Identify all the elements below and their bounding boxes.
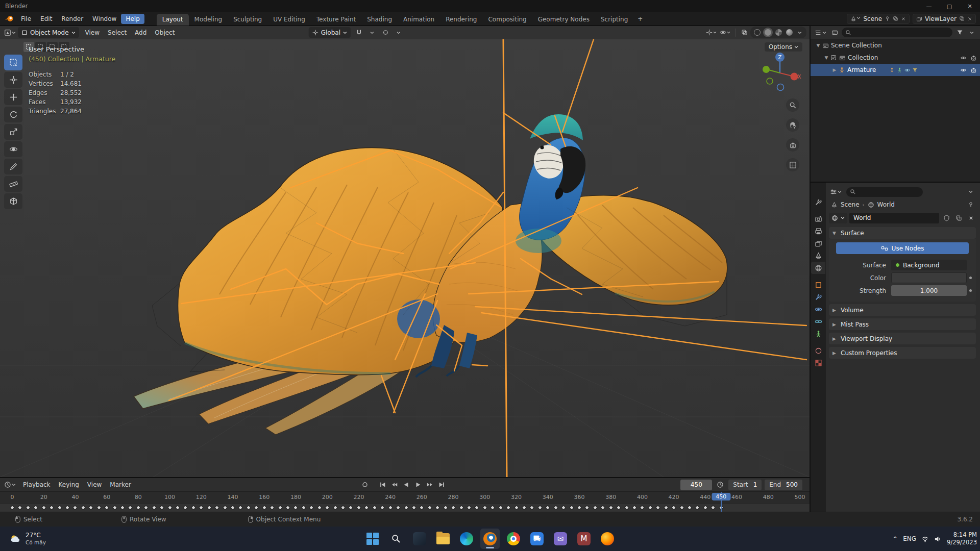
keyframe-diamond[interactable] — [443, 505, 448, 510]
viewport-3d[interactable]: User Perspective (450) Collection | Arma… — [0, 39, 810, 477]
playhead-frame-badge[interactable]: 450 — [712, 493, 730, 500]
keyframe-diamond[interactable] — [451, 505, 456, 510]
timeline-menu[interactable]: Marker — [106, 480, 135, 490]
workspace-tab[interactable]: Sculpting — [228, 14, 267, 26]
keyframe-diamond[interactable] — [522, 505, 527, 510]
viewport-menu[interactable]: Object — [151, 28, 179, 38]
animate-color-dot[interactable] — [967, 277, 974, 279]
viewport-menu[interactable]: Select — [104, 28, 131, 38]
keyframe-diamond[interactable] — [57, 505, 62, 510]
modifier-badge-icon[interactable] — [912, 67, 918, 73]
camera-view-icon[interactable] — [786, 138, 799, 152]
maximize-button[interactable]: ▢ — [939, 0, 960, 12]
blender-logo-icon[interactable] — [4, 15, 14, 22]
tab-material[interactable] — [811, 344, 825, 357]
show-overlays-toggle[interactable] — [719, 27, 731, 38]
viewlayer-selector[interactable]: ViewLayer — [913, 14, 976, 24]
keyframe-diamond[interactable] — [624, 505, 629, 510]
outliner-editor-type-button[interactable] — [814, 27, 827, 38]
timeline-keyframes[interactable] — [0, 504, 810, 512]
keyframe-diamond[interactable] — [49, 505, 54, 510]
keyframe-diamond[interactable] — [553, 505, 558, 510]
keyframe-diamond[interactable] — [506, 505, 511, 510]
proportional-editing-toggle[interactable] — [380, 27, 390, 38]
tool-select-box[interactable] — [4, 55, 22, 70]
previous-keyframe-button[interactable] — [389, 480, 400, 490]
keyframe-diamond[interactable] — [278, 505, 283, 510]
keyframe-diamond[interactable] — [584, 505, 590, 510]
shading-wireframe-button[interactable] — [752, 27, 762, 38]
new-scene-icon[interactable] — [893, 16, 898, 21]
tab-texture[interactable] — [811, 357, 825, 369]
workspace-tab[interactable]: Layout — [157, 14, 189, 26]
tool-annotate[interactable] — [4, 159, 22, 174]
keyframe-diamond[interactable] — [167, 505, 173, 510]
workspace-tab[interactable]: Texture Paint — [311, 14, 361, 26]
show-gizmo-toggle[interactable] — [705, 27, 718, 38]
outliner-display-mode-icon[interactable] — [829, 27, 840, 38]
keyframe-diamond[interactable] — [498, 505, 503, 510]
outliner-row-armature[interactable]: ▶ Armature — [811, 64, 980, 76]
keyframe-diamond[interactable] — [380, 505, 385, 510]
keyframe-diamond[interactable] — [679, 505, 684, 510]
breadcrumb-world[interactable]: World — [877, 201, 895, 208]
tab-output[interactable] — [811, 225, 825, 237]
collapsed-panel-header[interactable]: ▶ Viewport Display — [829, 333, 976, 344]
keyframe-diamond[interactable] — [81, 505, 86, 510]
tray-chevron-up-icon[interactable]: ⌃ — [892, 535, 898, 543]
start-frame-field[interactable]: Start1 — [728, 480, 762, 490]
keyframe-diamond[interactable] — [191, 505, 196, 510]
outliner-item-label[interactable]: Collection — [848, 54, 878, 61]
taskbar-app-chrome[interactable] — [504, 529, 523, 549]
outliner-item-label[interactable]: Scene Collection — [831, 42, 882, 49]
tab-physics[interactable] — [811, 303, 825, 315]
jump-to-start-button[interactable] — [378, 480, 388, 490]
tab-modifiers[interactable] — [811, 291, 825, 303]
next-keyframe-button[interactable] — [425, 480, 435, 490]
tab-world[interactable] — [811, 262, 825, 274]
keyframe-diamond[interactable] — [199, 505, 204, 510]
strength-slider[interactable]: 1.000 — [891, 285, 967, 296]
keyframe-diamond[interactable] — [301, 505, 306, 510]
taskbar-weather[interactable]: 27°C Có mây — [5, 527, 50, 551]
scene-selector[interactable]: Scene — [847, 14, 910, 24]
mode-dropdown[interactable]: Object Mode — [18, 27, 79, 38]
breadcrumb-scene[interactable]: Scene — [841, 201, 860, 208]
outliner-row-scene-collection[interactable]: ▼ Scene Collection — [811, 39, 980, 52]
keyframe-diamond[interactable] — [514, 505, 519, 510]
pan-hand-icon[interactable] — [786, 118, 799, 132]
keyframe-diamond[interactable] — [120, 505, 125, 510]
disable-render-icon[interactable] — [970, 67, 977, 73]
keyframe-diamond[interactable] — [246, 505, 251, 510]
menubar-menu[interactable]: File — [16, 14, 36, 24]
keyframe-diamond[interactable] — [561, 505, 566, 510]
keyframe-diamond[interactable] — [340, 505, 346, 510]
navigation-gizmo[interactable]: Z X — [758, 51, 801, 93]
preview-range-clock-icon[interactable] — [715, 480, 725, 490]
timeline-editor-type-button[interactable] — [3, 480, 17, 490]
timeline-menu[interactable]: View — [83, 480, 106, 490]
taskbar-app-widgets[interactable] — [410, 529, 429, 549]
keyframe-diamond[interactable] — [128, 505, 133, 510]
outliner-filter-icon[interactable] — [954, 27, 965, 38]
menubar-menu[interactable]: Edit — [36, 14, 57, 24]
shading-rendered-button[interactable] — [784, 27, 794, 38]
animate-strength-dot[interactable] — [967, 289, 974, 292]
keyframe-diamond[interactable] — [490, 505, 495, 510]
editor-type-button[interactable] — [3, 27, 17, 38]
keyframe-diamond[interactable] — [230, 505, 235, 510]
keyframe-diamond[interactable] — [427, 505, 432, 510]
keyframe-diamond[interactable] — [655, 505, 660, 510]
keyframe-diamond[interactable] — [270, 505, 275, 510]
surface-panel-header[interactable]: ▼ Surface — [829, 227, 976, 239]
keyframe-diamond[interactable] — [396, 505, 401, 510]
keyframe-diamond[interactable] — [349, 505, 354, 510]
shading-options-chevron[interactable] — [795, 27, 805, 38]
workspace-tab[interactable]: Shading — [361, 14, 398, 26]
transform-orientation-dropdown[interactable]: Global — [309, 27, 351, 38]
keyframe-diamond[interactable] — [648, 505, 653, 510]
menubar-menu[interactable]: Window — [88, 14, 121, 24]
snap-settings-chevron[interactable] — [367, 27, 377, 38]
taskbar-app-mail[interactable]: ✉ — [551, 529, 570, 549]
keyframe-diamond[interactable] — [309, 505, 314, 510]
